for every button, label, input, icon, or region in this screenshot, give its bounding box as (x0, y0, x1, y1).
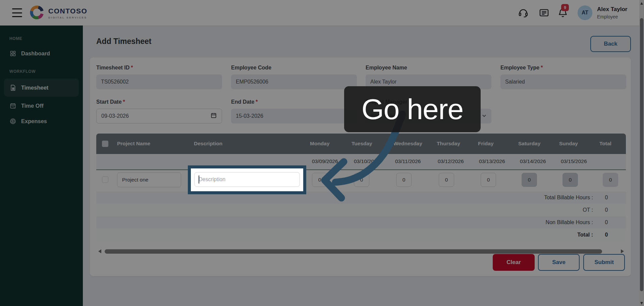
tour-spotlight-description-cell (188, 165, 306, 194)
tour-tooltip: Go here (344, 86, 481, 132)
description-input[interactable] (194, 172, 300, 187)
text-caret (199, 175, 199, 184)
app-canvas: CONTOSO DIGITAL SERVICES 9 (0, 0, 644, 306)
